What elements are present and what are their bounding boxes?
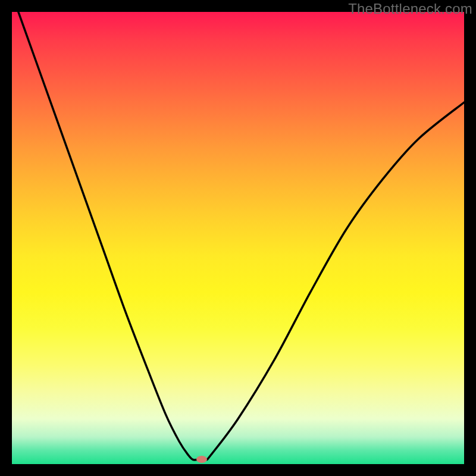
chart-frame: TheBottleneck.com [0,0,476,476]
optimum-marker [196,456,207,463]
plot-area [12,12,464,464]
watermark-text: TheBottleneck.com [348,1,472,17]
bottleneck-curve [12,12,464,464]
